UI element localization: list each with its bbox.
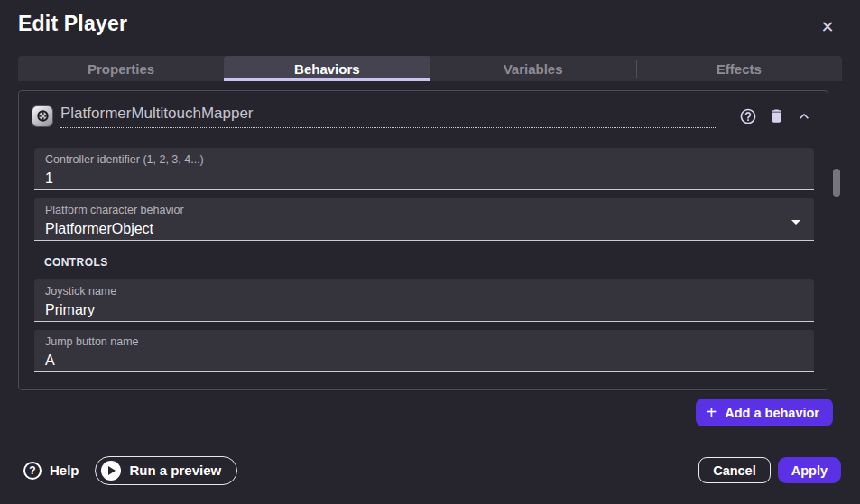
tab-effects[interactable]: Effects: [636, 56, 842, 81]
behavior-panel: PlatformerMultitouchMapper Controller id…: [18, 90, 828, 390]
page-title: Edit Player: [18, 12, 127, 36]
jump-button-name-field[interactable]: Jump button name A: [34, 330, 814, 372]
field-value: PlatformerObject: [45, 219, 803, 238]
behavior-name-input[interactable]: PlatformerMultitouchMapper: [60, 105, 717, 128]
tab-variables[interactable]: Variables: [430, 56, 636, 81]
trash-icon[interactable]: [766, 106, 786, 126]
field-label: Joystick name: [45, 285, 803, 298]
help-button[interactable]: ? Help: [23, 462, 79, 480]
field-label: Controller identifier (1, 2, 3, 4...): [45, 153, 803, 167]
tab-properties[interactable]: Properties: [18, 56, 224, 81]
field-label: Jump button name: [45, 335, 803, 349]
plus-icon: +: [707, 403, 717, 421]
run-preview-label: Run a preview: [130, 463, 222, 478]
question-circle-icon: ?: [23, 462, 42, 480]
controller-identifier-field[interactable]: Controller identifier (1, 2, 3, 4...) 1: [34, 148, 814, 190]
tab-bar: Properties Behaviors Variables Effects: [18, 56, 842, 81]
tab-behaviors[interactable]: Behaviors: [224, 56, 430, 81]
field-value: Primary: [45, 300, 803, 319]
help-icon[interactable]: [738, 106, 758, 126]
play-icon: [101, 461, 121, 481]
behavior-fields: Controller identifier (1, 2, 3, 4...) 1 …: [19, 131, 828, 372]
add-behavior-label: Add a behavior: [725, 406, 819, 420]
field-value: 1: [45, 169, 803, 188]
joystick-name-field[interactable]: Joystick name Primary: [34, 279, 814, 322]
platform-character-behavior-select[interactable]: Platform character behavior PlatformerOb…: [34, 198, 814, 241]
close-icon[interactable]: ✕: [817, 16, 838, 38]
footer-bar: ? Help Run a preview Cancel Apply: [23, 455, 841, 485]
controls-section-label: CONTROLS: [44, 256, 814, 269]
behavior-header: PlatformerMultitouchMapper: [19, 91, 828, 131]
help-label: Help: [50, 463, 79, 478]
scrollbar-thumb[interactable]: [833, 169, 840, 197]
field-value: A: [45, 351, 803, 370]
run-preview-button[interactable]: Run a preview: [95, 456, 238, 485]
apply-button[interactable]: Apply: [778, 457, 841, 483]
dropdown-arrow-icon: [785, 211, 807, 233]
add-behavior-button[interactable]: + Add a behavior: [696, 399, 833, 426]
cancel-button[interactable]: Cancel: [698, 457, 771, 483]
chevron-up-icon[interactable]: [794, 106, 814, 126]
field-label: Platform character behavior: [45, 204, 803, 217]
gamepad-behavior-icon: [32, 106, 52, 126]
